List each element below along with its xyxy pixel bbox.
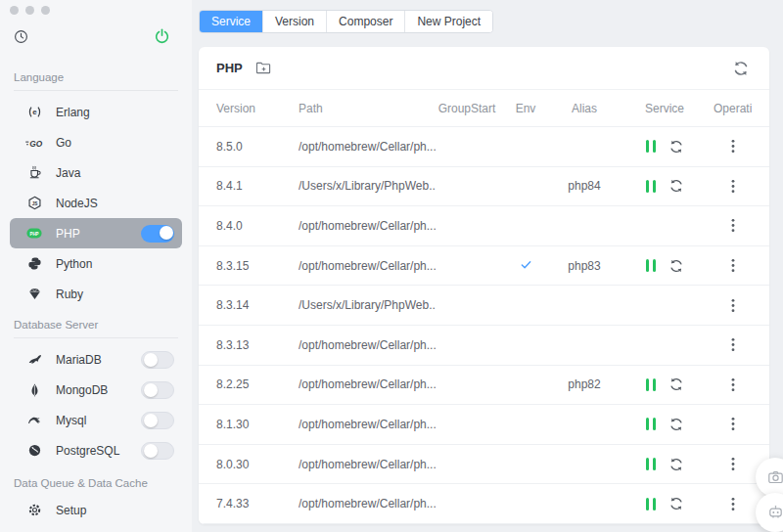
sidebar-item-mysql[interactable]: Mysql [10,405,182,435]
sidebar-item-erlang[interactable]: e Erlang [10,97,182,127]
operation-cell [714,457,752,471]
php-service-toggle[interactable] [141,225,174,243]
operation-cell [714,258,752,273]
refresh-icon[interactable] [668,258,684,274]
table-row[interactable]: 8.3.13 /opt/homebrew/Cellar/ph... [199,326,769,366]
table-row[interactable]: 8.4.0 /opt/homebrew/Cellar/ph... [199,206,769,246]
operation-cell [714,497,752,511]
more-vertical-icon[interactable] [731,298,735,313]
sidebar-item-mariadb[interactable]: MariaDB [10,344,182,375]
mariadb-icon [25,352,43,368]
table-row[interactable]: 8.0.30 /opt/homebrew/Cellar/ph... [199,445,769,485]
sidebar: Language e Erlang GO Go Java [0,0,192,532]
ruby-icon [25,287,43,302]
more-vertical-icon[interactable] [731,377,735,392]
window-zoom-button[interactable] [41,6,50,15]
service-cell [616,178,714,194]
postgresql-icon [25,443,43,459]
tab-new-project[interactable]: New Project [404,11,492,32]
sidebar-item-setup[interactable]: Setup [10,495,182,525]
postgresql-service-toggle[interactable] [141,442,174,460]
more-vertical-icon[interactable] [731,337,735,352]
power-icon[interactable] [152,26,172,47]
tab-version[interactable]: Version [262,11,326,32]
mysql-service-toggle[interactable] [141,412,174,429]
refresh-icon[interactable] [668,139,684,155]
window-minimize-button[interactable] [25,6,34,15]
sidebar-item-java[interactable]: Java [10,157,182,188]
table-row[interactable]: 8.3.15 /opt/homebrew/Cellar/ph... php83 [199,246,769,287]
table-row[interactable]: 8.3.14 /Users/x/Library/PhpWeb... [199,286,769,326]
path-cell: /opt/homebrew/Cellar/ph... [299,259,436,273]
more-vertical-icon[interactable] [731,139,735,154]
sidebar-item-label: Java [56,166,80,180]
tab-composer[interactable]: Composer [326,11,404,32]
sidebar-item-postgresql[interactable]: PostgreSQL [10,435,182,466]
section-title-database: Database Server [0,319,192,331]
column-path: Path [299,102,436,115]
refresh-icon[interactable] [668,377,684,392]
operation-cell [714,139,752,154]
more-vertical-icon[interactable] [731,218,735,233]
mongodb-icon [25,382,43,398]
table-body: 8.5.0 /opt/homebrew/Cellar/ph... 8.4.1 /… [199,127,769,524]
service-cell [616,258,714,274]
more-vertical-icon[interactable] [731,417,735,431]
sidebar-item-label: NodeJS [56,197,98,210]
pause-icon[interactable] [646,259,656,272]
table-row[interactable]: 8.4.1 /Users/x/Library/PhpWeb... php84 [199,167,769,207]
sidebar-item-label: PHP [56,227,80,241]
table-row[interactable]: 8.5.0 /opt/homebrew/Cellar/ph... [199,127,769,167]
sidebar-item-ruby[interactable]: Ruby [10,279,182,309]
folder-add-icon[interactable] [253,59,274,77]
mongodb-service-toggle[interactable] [141,381,174,399]
more-vertical-icon[interactable] [731,258,735,273]
column-version: Version [216,102,299,115]
more-vertical-icon[interactable] [731,457,735,471]
version-cell: 8.2.25 [216,377,299,391]
version-cell: 8.0.30 [216,458,299,471]
php-icon: PHP [25,226,43,242]
path-cell: /Users/x/Library/PhpWeb... [299,179,436,193]
svg-text:GO: GO [29,138,42,148]
version-cell: 8.4.0 [216,219,299,233]
pause-icon[interactable] [646,140,656,153]
refresh-icon[interactable] [730,58,752,79]
refresh-icon[interactable] [668,457,684,472]
refresh-icon[interactable] [668,417,684,432]
pause-icon[interactable] [646,418,656,430]
pause-icon[interactable] [646,498,656,510]
column-alias: Alias [553,102,616,115]
refresh-icon[interactable] [668,178,684,194]
sidebar-item-mongodb[interactable]: MongoDB [10,375,182,405]
go-icon: GO [25,135,43,151]
table-row[interactable]: 8.2.25 /opt/homebrew/Cellar/ph... php82 [199,366,769,406]
tab-service[interactable]: Service [200,11,262,32]
erlang-icon: e [25,105,43,120]
operation-cell [714,179,752,194]
env-cell [498,258,553,274]
refresh-icon[interactable] [668,496,684,511]
table-header: Version Path GroupStart Env Alias Servic… [199,90,769,127]
pause-icon[interactable] [646,180,656,193]
more-vertical-icon[interactable] [731,179,735,194]
pause-icon[interactable] [646,378,656,391]
section-title-cache: Data Queue & Data Cache [0,477,192,489]
more-vertical-icon[interactable] [731,497,735,511]
version-cell: 8.4.1 [216,179,299,193]
section-title-language: Language [0,71,192,83]
table-row[interactable]: 7.4.33 /opt/homebrew/Cellar/ph... [199,484,769,524]
sidebar-item-go[interactable]: GO Go [10,127,182,157]
column-env: Env [498,102,553,115]
check-icon [520,258,532,271]
table-row[interactable]: 8.1.30 /opt/homebrew/Cellar/ph... [199,405,769,445]
sidebar-item-label: Erlang [56,106,90,119]
pause-icon[interactable] [646,458,656,470]
version-cell: 7.4.33 [216,497,299,510]
mariadb-service-toggle[interactable] [141,351,174,369]
sidebar-item-python[interactable]: Python [10,248,182,279]
sidebar-item-nodejs[interactable]: JS NodeJS [10,188,182,218]
sidebar-item-php[interactable]: PHP PHP [10,218,182,248]
clock-icon[interactable] [12,27,30,46]
window-close-button[interactable] [10,6,19,15]
